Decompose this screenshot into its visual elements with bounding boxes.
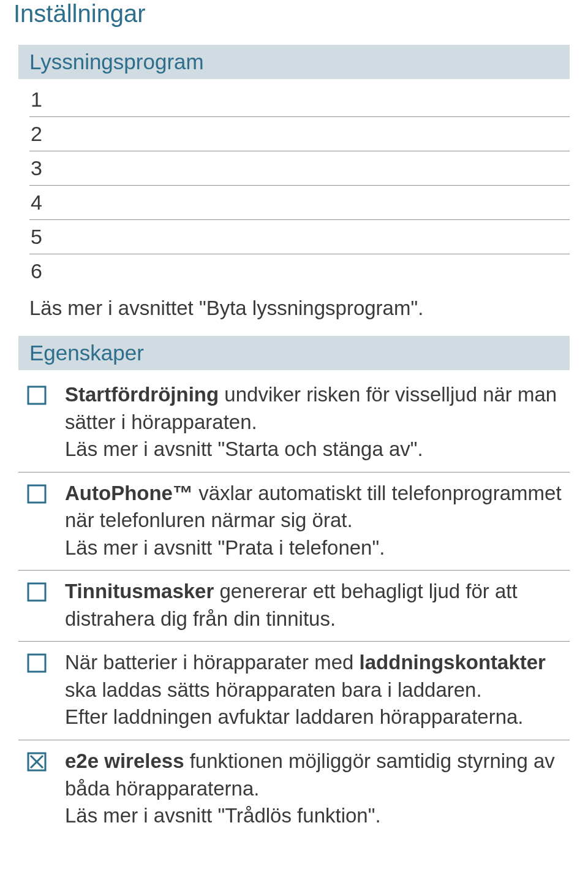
- svg-rect-1: [28, 485, 45, 503]
- feature-text: Tinnitusmasker genererar ett behagligt l…: [51, 578, 567, 632]
- footer: Din hörapparat 9: [18, 838, 570, 877]
- page-content: Inställningar Lyssningsprogram 1 2 3 4 5…: [0, 0, 588, 877]
- programs-list: 1 2 3 4 5 6: [18, 83, 570, 292]
- feature-row: Startfördröjning undviker risken för vis…: [18, 374, 570, 473]
- feature-row: AutoPhone™ växlar automatiskt till telef…: [18, 473, 570, 571]
- svg-rect-3: [28, 655, 45, 672]
- feature-text: Startfördröjning undviker risken för vis…: [51, 381, 567, 463]
- program-row: 6: [29, 254, 570, 288]
- program-row: 2: [29, 117, 570, 151]
- program-row: 1: [29, 83, 570, 117]
- program-row: 5: [29, 220, 570, 254]
- feature-row: Tinnitusmasker genererar ett behagligt l…: [18, 571, 570, 642]
- page-title: Inställningar: [13, 0, 570, 28]
- checkbox-icon: [22, 649, 51, 674]
- feature-text: AutoPhone™ växlar automatiskt till telef…: [51, 480, 567, 562]
- feature-row: När batterier i hörapparater med laddnin…: [18, 642, 570, 740]
- checkbox-icon: [22, 748, 51, 772]
- footer-section-label: Din hörapparat: [391, 875, 525, 877]
- feature-text: När batterier i hörapparater med laddnin…: [51, 649, 567, 731]
- checkbox-icon: [22, 381, 51, 406]
- programs-note: Läs mer i avsnittet "Byta lyssningsprogr…: [18, 292, 570, 336]
- footer-page-number: 9: [543, 875, 554, 877]
- program-row: 3: [29, 151, 570, 186]
- svg-rect-0: [28, 387, 45, 404]
- features-header: Egenskaper: [18, 336, 570, 370]
- features-list: Startfördröjning undviker risken för vis…: [18, 374, 570, 838]
- checkbox-icon: [22, 480, 51, 504]
- feature-text: e2e wireless funktionen möjliggör samtid…: [51, 748, 567, 830]
- program-row: 4: [29, 186, 570, 220]
- checkbox-icon: [22, 578, 51, 602]
- programs-header: Lyssningsprogram: [18, 45, 570, 79]
- feature-row: e2e wireless funktionen möjliggör samtid…: [18, 740, 570, 838]
- svg-rect-2: [28, 583, 45, 601]
